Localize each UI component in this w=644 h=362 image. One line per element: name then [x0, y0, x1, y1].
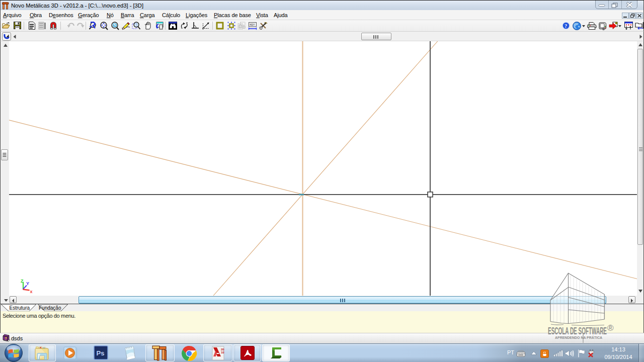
svg-text:?: ? [565, 23, 567, 29]
svg-text:10: 10 [221, 351, 224, 354]
svg-text:Ps: Ps [97, 349, 105, 357]
svg-text:ESCOLA DE SOFTWARE: ESCOLA DE SOFTWARE [548, 325, 607, 336]
svg-text:Fundação: Fundação [39, 305, 61, 311]
svg-text:Y: Y [26, 281, 29, 286]
svg-text:APRENDENDO NA PRÁTICA: APRENDENDO NA PRÁTICA [555, 335, 602, 340]
svg-text:Z: Z [21, 279, 24, 284]
svg-text:x: x [30, 289, 33, 294]
svg-text:x2: x2 [113, 24, 117, 27]
svg-text:®: ® [607, 323, 614, 333]
svg-text:KEY: KEY [250, 23, 256, 27]
svg-text:Estrutura: Estrutura [10, 305, 30, 311]
